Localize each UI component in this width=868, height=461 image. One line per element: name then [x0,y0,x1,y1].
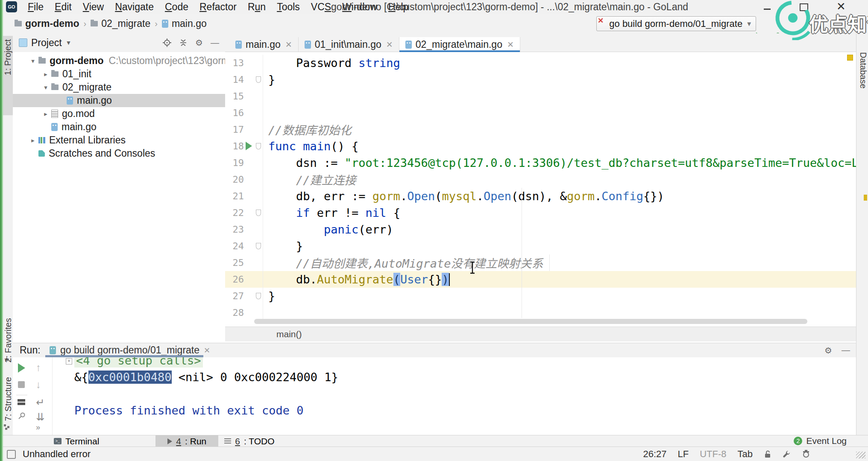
breadcrumb-item[interactable]: main.go [162,18,207,29]
tree-row-scratches-and-consoles[interactable]: Scratches and Consoles [13,147,225,160]
fold-expand-icon[interactable]: + [66,358,72,365]
menu-item-file[interactable]: File [22,0,49,14]
code-line-23[interactable]: 23 panic(err) [225,221,856,238]
close-icon[interactable]: ✕ [285,40,292,50]
locate-file-icon[interactable] [163,38,171,47]
breadcrumb-item[interactable]: 02_migrate [91,18,150,29]
code-line-20[interactable]: 20 //建立连接 [225,171,856,188]
code-area[interactable]: 13 Password string14}151617//数据库初始化18fun… [225,52,856,319]
line-separator[interactable]: LF [678,449,689,460]
scroll-to-end-icon[interactable]: ⇊ [36,411,44,423]
editor-tab-main-go[interactable]: main.go✕ [229,37,299,52]
tree-row-02-migrate[interactable]: ▾02_migrate [13,81,225,94]
run-console[interactable]: + <4 go setup calls>&{0xc0001b0480 <nil>… [52,357,856,435]
code-line-27[interactable]: 27} [225,288,856,304]
tool-button-4-run[interactable]: 4: Run [155,435,218,447]
menu-item-code[interactable]: Code [159,0,194,14]
menu-item-navigate[interactable]: Navigate [109,0,159,14]
chevron-down-icon[interactable]: ▾ [27,57,38,65]
caret-position[interactable]: 26:27 [643,449,666,460]
project-panel-title[interactable]: Project [31,37,62,49]
code-line-26[interactable]: 26 db.AutoMigrate(User{}) [225,271,856,288]
pin-tab-button[interactable] [18,412,26,421]
chevron-down-icon[interactable]: ▾ [40,84,51,91]
editor-tab-01-init-main-go[interactable]: 01_init\main.go✕ [299,37,399,52]
menu-item-run[interactable]: Run [242,0,271,14]
editor-breadcrumb[interactable]: main() [276,329,302,339]
inspections-hector-icon[interactable] [802,450,810,458]
gear-icon[interactable]: ⚙ [824,345,832,356]
code-line-14[interactable]: 14} [225,71,856,88]
hide-panel-icon[interactable]: — [211,38,219,48]
chevron-right-icon[interactable]: ▸ [27,137,38,144]
tree-row-gorm-demo[interactable]: ▾gorm-demoC:\custom\project\123\gorm-dem… [13,54,225,67]
token-setup: <4 go setup calls> [74,357,203,368]
maximize-button[interactable] [800,3,808,11]
wrench-icon[interactable] [783,450,791,458]
up-stack-trace-icon[interactable]: ↑ [36,362,41,373]
stop-process-button[interactable] [18,381,25,388]
line-number: 14 [225,74,244,85]
gear-icon[interactable]: ⚙ [195,38,203,48]
editor-tab-02-migrate-main-go[interactable]: 02_migrate\main.go✕ [399,37,520,52]
code-line-17[interactable]: 17//数据库初始化 [225,121,856,138]
file-encoding[interactable]: UTF-8 [700,449,726,460]
token-t: : Run [185,436,206,446]
hide-panel-icon[interactable]: — [842,345,850,355]
code-line-28[interactable]: 28 [225,304,856,319]
tool-stripe-database[interactable]: Database [858,52,868,89]
menu-item-tools[interactable]: Tools [271,0,305,14]
tree-row-go-mod[interactable]: ▸go.mod [13,107,225,120]
code-line-22[interactable]: 22 if err != nil { [225,204,856,221]
horizontal-scrollbar[interactable] [254,319,807,324]
rerun-button[interactable] [18,363,25,373]
run-line-icon[interactable] [246,142,252,150]
tree-row-main-go[interactable]: main.go [13,94,225,107]
tree-row-external-libraries[interactable]: ▸External Libraries [13,134,225,147]
menu-item-edit[interactable]: Edit [49,0,77,14]
breadcrumb-item[interactable]: gorm-demo [15,18,79,29]
code-line-25[interactable]: 25 //自动创建表,AutoMigrate没有建立映射关系 [225,254,856,271]
down-stack-trace-icon[interactable]: ↓ [36,379,41,391]
code-line-15[interactable]: 15 [225,88,856,105]
code-line-18[interactable]: 18func main() { [225,138,856,155]
tree-row-01-init[interactable]: ▸01_init [13,67,225,81]
collapse-all-icon[interactable] [179,38,188,47]
close-button[interactable]: ✕ [834,0,848,14]
status-message-area[interactable]: Unhandled error [7,447,91,461]
more-actions-icon[interactable]: » [36,423,40,432]
close-icon[interactable]: ✕ [386,40,393,50]
fold-marker-icon[interactable] [256,76,261,83]
menu-item-refactor[interactable]: Refactor [194,0,242,14]
minimize-button[interactable] [764,9,771,10]
tool-stripe-project[interactable]: 1: Project [3,36,13,115]
run-configuration-select[interactable]: ✕ go build gorm-demo/01_migrate ▼ [596,16,756,31]
tool-button-6-todo[interactable]: 6: TODO [218,435,280,447]
indent-style[interactable]: Tab [738,449,753,460]
resize-grip[interactable] [856,452,865,458]
code-line-24[interactable]: 24 } [225,238,856,254]
tool-button-terminal[interactable]: >_Terminal [48,435,105,447]
code-line-16[interactable]: 16 [225,105,856,121]
tool-stripe-structure[interactable]: 7: Structure [3,377,13,421]
fold-marker-icon[interactable] [256,293,261,299]
chevron-down-icon[interactable]: ▼ [66,39,72,46]
fold-marker-icon[interactable] [256,210,261,216]
event-log-button[interactable]: 2 Event Log [794,435,847,446]
code-line-21[interactable]: 21 db, err := gorm.Open(mysql.Open(dsn),… [225,188,856,204]
fold-marker-icon[interactable] [256,243,261,249]
chevron-right-icon[interactable]: ▸ [40,70,51,78]
close-icon[interactable]: ✕ [204,346,210,355]
chevron-right-icon[interactable]: ▸ [40,110,51,118]
menu-item-view[interactable]: View [77,0,109,14]
code-line-13[interactable]: 13 Password string [225,55,856,71]
lock-icon[interactable] [764,450,771,458]
fold-marker-icon[interactable] [256,143,261,149]
soft-wrap-icon[interactable]: ↵ [36,397,44,408]
close-icon[interactable]: ✕ [507,40,514,50]
tree-row-main-go[interactable]: main.go [13,120,225,134]
restore-layout-button[interactable] [18,399,25,405]
title-bar: GO FileEditViewNavigateCodeRefactorRunTo… [0,0,868,14]
run-config-icon: ✕ [600,20,606,28]
code-line-19[interactable]: 19 dsn := "root:123456@tcp(127.0.0.1:330… [225,155,856,171]
